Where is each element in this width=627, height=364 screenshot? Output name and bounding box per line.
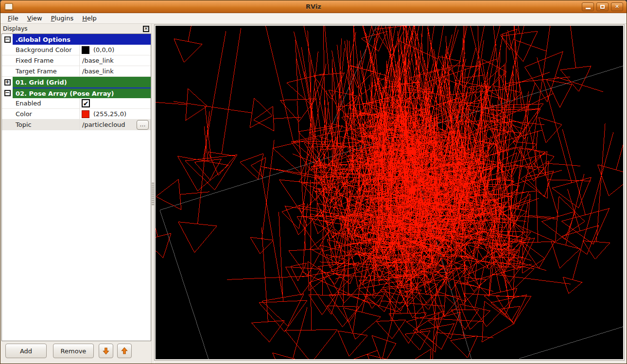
property-name: Fixed Frame <box>2 55 80 66</box>
title-bar[interactable]: RViz ✕ <box>0 0 627 13</box>
property-enabled: Enabled ✔ <box>2 98 151 109</box>
check-icon: ✔ <box>83 100 89 107</box>
menu-help[interactable]: Help <box>78 14 101 23</box>
group-grid[interactable]: + 01. Grid (Grid) <box>2 77 151 87</box>
group-pose-array[interactable]: − 02. Pose Array (Pose Array) <box>2 87 151 98</box>
expand-icon[interactable]: + <box>4 79 11 86</box>
rviz-window: RViz ✕ File View Plugins Help Displays ✕… <box>0 0 627 364</box>
menu-file[interactable]: File <box>3 14 23 23</box>
property-value[interactable]: (0,0,0) <box>93 46 114 53</box>
property-background-color: Background Color (0,0,0) <box>2 45 151 55</box>
splitter-grip[interactable] <box>152 182 154 206</box>
pose-array-3d-view[interactable] <box>156 26 623 359</box>
property-value[interactable]: /base_link <box>82 68 114 75</box>
collapse-icon[interactable]: − <box>4 36 11 43</box>
add-button[interactable]: Add <box>5 344 47 358</box>
move-up-button[interactable] <box>117 344 132 358</box>
property-value[interactable]: /base_link <box>82 57 114 64</box>
panel-close-icon[interactable]: ✕ <box>143 26 149 32</box>
enabled-checkbox[interactable]: ✔ <box>82 99 90 107</box>
menu-bar: File View Plugins Help <box>0 13 627 24</box>
property-name: Topic <box>2 120 80 130</box>
pose-array-arrows <box>156 26 623 359</box>
render-viewport[interactable] <box>155 25 624 360</box>
window-title: RViz <box>0 3 627 10</box>
property-fixed-frame: Fixed Frame /base_link <box>2 55 151 66</box>
move-down-icon <box>102 347 110 355</box>
property-name: Target Frame <box>2 66 80 76</box>
topic-browse-button[interactable]: … <box>137 120 149 130</box>
displays-panel-header: Displays ✕ <box>0 24 151 34</box>
property-topic: Topic /particlecloud … <box>2 120 151 130</box>
property-name: Background Color <box>2 45 80 55</box>
property-name: Enabled <box>2 98 80 108</box>
color-swatch[interactable] <box>82 110 89 118</box>
menu-plugins[interactable]: Plugins <box>47 14 78 23</box>
collapse-icon[interactable]: − <box>4 90 11 96</box>
displays-tree: − .Global Options Background Color (0,0,… <box>1 34 151 341</box>
property-value[interactable]: /particlecloud <box>82 121 125 128</box>
panel-actions: Add Remove <box>0 341 151 364</box>
move-up-icon <box>120 347 129 355</box>
menu-view[interactable]: View <box>23 14 47 23</box>
property-color: Color (255,25,0) <box>2 109 151 120</box>
group-label[interactable]: 02. Pose Array (Pose Array) <box>13 87 151 98</box>
color-swatch[interactable] <box>82 46 89 54</box>
group-label[interactable]: .Global Options <box>13 34 151 45</box>
group-global-options[interactable]: − .Global Options <box>2 34 151 45</box>
move-down-button[interactable] <box>99 344 113 358</box>
group-label[interactable]: 01. Grid (Grid) <box>13 77 151 87</box>
panel-splitter[interactable] <box>151 24 155 364</box>
main-area: Displays ✕ − .Global Options Background … <box>0 24 627 364</box>
property-target-frame: Target Frame /base_link <box>2 66 151 77</box>
displays-panel: Displays ✕ − .Global Options Background … <box>0 24 151 364</box>
grid-lines <box>160 26 623 359</box>
displays-panel-title: Displays <box>3 25 27 32</box>
property-value[interactable]: (255,25,0) <box>93 110 126 118</box>
remove-button[interactable]: Remove <box>53 344 94 358</box>
property-name: Color <box>2 109 80 119</box>
